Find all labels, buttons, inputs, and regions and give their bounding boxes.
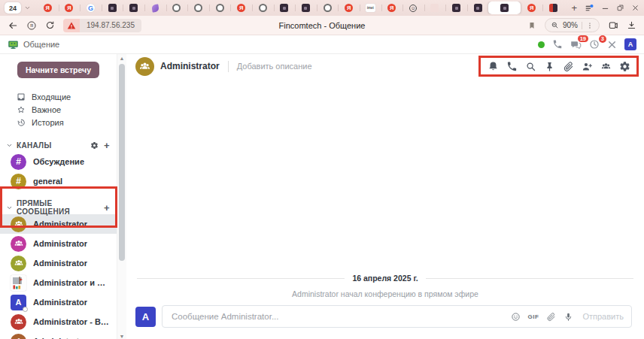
call-button[interactable] [503,59,520,73]
status-indicator [23,307,28,312]
browser-tab[interactable]: Я [230,2,252,14]
zoom-control[interactable]: 90% [545,18,600,32]
members-button[interactable] [597,59,614,73]
dm-label: Administrator [33,259,87,268]
channel-item[interactable]: #Обсуждение [0,152,117,171]
channels-actions: + [90,141,110,150]
browser-tab[interactable] [424,2,446,14]
user-avatar[interactable]: A [624,38,636,50]
browser-tab[interactable] [144,2,166,14]
send-button[interactable]: Отправить [582,312,624,321]
add-user-button[interactable] [579,59,595,73]
add-dm-icon[interactable]: + [104,203,110,213]
tab-counter-label: 24 [9,5,17,12]
zoom-out-icon[interactable] [551,21,559,29]
dm-item[interactable]: Administrator [0,234,117,253]
history-clock-icon[interactable]: 3 [589,39,600,50]
options-button[interactable] [616,59,633,73]
add-description-link[interactable]: Добавить описание [237,62,312,71]
browser-tab[interactable] [295,2,317,14]
refresh-icon[interactable] [45,20,55,30]
microphone-icon[interactable] [564,312,573,322]
security-warning-icon[interactable] [63,19,80,32]
channels-settings-icon[interactable] [90,141,99,150]
browser-tab[interactable]: G [80,2,102,14]
sidebar-item-inbox[interactable]: Входящие [0,90,117,103]
files-button[interactable] [560,59,576,73]
chat-room-avatar[interactable] [135,57,154,76]
calls-icon[interactable] [552,39,563,50]
dm-item[interactable]: Administrator [0,253,117,273]
browser-tab[interactable] [317,2,339,14]
sidebar-panel-icon[interactable] [585,3,594,13]
tools-icon[interactable] [607,40,617,50]
close-button[interactable] [631,4,639,12]
collections-icon[interactable] [608,20,618,31]
message-input[interactable] [170,311,503,322]
gif-icon[interactable]: GIF [528,313,539,320]
browser-tab[interactable] [102,2,123,14]
bookmark-icon[interactable] [527,21,536,30]
favicon-app-dark [474,4,482,12]
browser-tab-active[interactable] [488,2,521,14]
dm-label: Administrator [33,298,87,307]
browser-tab[interactable] [166,2,188,14]
channels-section-header[interactable]: КАНАЛЫ + [0,138,117,152]
browser-tab[interactable] [274,2,296,14]
browser-tab[interactable] [209,2,231,14]
attach-file-icon[interactable] [546,312,556,322]
dm-item[interactable]: Administrator и Наталья [0,273,117,292]
url-text[interactable]: 194.87.56.235 [80,19,141,32]
message-input-box[interactable]: GIF Отправить [162,305,632,328]
address-bar[interactable]: 194.87.56.235 [63,19,141,32]
scrollbar-thumb[interactable] [119,64,125,261]
channel-item[interactable]: #general [0,171,117,191]
start-meeting-button[interactable]: Начните встречу [17,62,99,78]
channels-chevron-icon[interactable] [6,142,13,149]
back-icon[interactable] [8,20,18,31]
yandex-home-icon[interactable]: Я [26,20,37,31]
dm-chevron-icon[interactable] [6,204,13,211]
browser-tab[interactable] [187,2,209,14]
downloads-icon[interactable] [627,20,636,30]
online-status-dot[interactable] [538,41,545,48]
browser-tab[interactable] [445,2,467,14]
chat-title[interactable]: Administrator [160,61,220,71]
browser-tab[interactable]: Я [338,2,360,14]
tab-list-chevron-icon[interactable] [24,5,31,11]
browser-tab[interactable]: imei [360,2,381,14]
minimize-button[interactable] [601,4,609,12]
new-tab-button[interactable]: + [567,2,582,14]
dm-item[interactable]: Administrator - Встреча со м... [0,312,117,331]
browser-tab[interactable]: Я [381,2,403,14]
dm-section-header[interactable]: ПРЯМЫЕ СООБЩЕНИЯ + [0,201,117,214]
sidebar-scrollbar[interactable]: ▲ ▼ [117,54,126,339]
scroll-down-arrow-icon[interactable]: ▼ [117,334,126,339]
sidebar: Начните встречу ВходящиеВажноеИстория КА… [0,54,126,339]
tab-counter[interactable]: 24 [5,2,21,14]
browser-tab[interactable]: ☺ [402,2,424,14]
search-button[interactable] [522,59,539,73]
browser-tab[interactable] [252,2,274,14]
dm-item[interactable]: AAdministrator [0,292,117,312]
scroll-up-arrow-icon[interactable]: ▲ [117,56,126,61]
header-divider [228,61,229,72]
browser-tab[interactable] [123,2,144,14]
pinned-messages-button[interactable] [541,59,557,73]
zoom-menu-icon[interactable] [586,22,594,29]
message-area[interactable]: 16 апреля 2025 г. Administrator начал ко… [126,78,644,302]
browser-tab[interactable] [542,2,564,14]
dm-item-selected[interactable]: Administrator [0,214,117,234]
dm-item[interactable]: Administrator и Наталья [0,331,117,339]
restore-button[interactable] [616,4,624,12]
emoji-icon[interactable] [511,312,521,322]
browser-tab[interactable]: Я [59,2,80,14]
sidebar-item-important[interactable]: Важное [0,103,117,116]
browser-tab[interactable] [467,2,489,14]
add-channel-icon[interactable]: + [104,141,110,150]
browser-tab[interactable]: Я [521,2,542,14]
notifications-button[interactable] [485,59,501,73]
messenger-icon[interactable]: 19 [570,39,582,50]
browser-tab[interactable]: Я [37,2,59,14]
sidebar-item-history[interactable]: История [0,116,117,129]
